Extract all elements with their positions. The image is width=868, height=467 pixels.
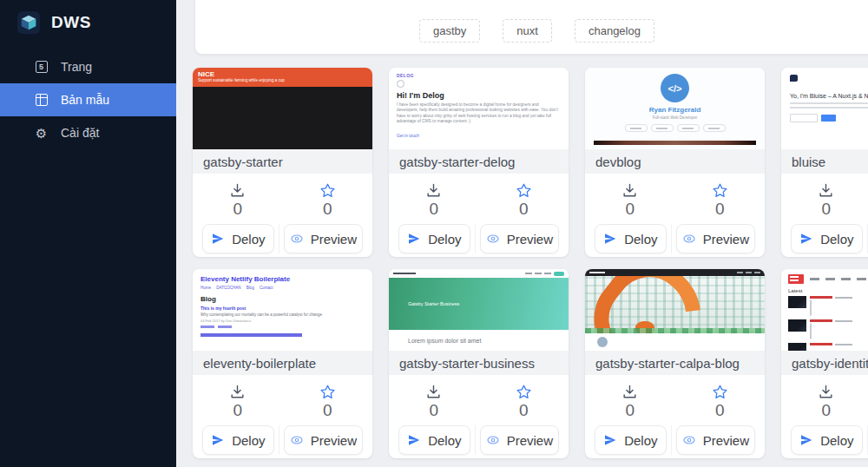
deploy-button[interactable]: Deloy [595, 425, 667, 455]
stars-stat: 0 [283, 375, 373, 425]
downloads-count: 0 [821, 199, 831, 219]
stars-stat: 0 [675, 174, 766, 224]
deploy-label: Deloy [624, 232, 657, 247]
thumb-banner-title: NICE [198, 70, 367, 78]
tag-nuxt[interactable]: nuxt [503, 19, 552, 43]
template-name: eleventy-boilerplate [193, 351, 372, 375]
deploy-button[interactable]: Deloy [398, 224, 470, 253]
cube-logo-icon [17, 11, 40, 34]
eye-icon [486, 232, 500, 246]
thumb-heading: Yo, I'm Bluise – A Nuxt.js & Netlify CMS… [790, 92, 868, 100]
thumb-subtitle: Full-stack Web Developer [653, 115, 697, 120]
template-card: gatsby-starter-calpa-blog 0 0 Deloy Prev… [585, 269, 765, 458]
template-thumbnail[interactable]: DELOG Hi! I'm Delog I have been specific… [389, 68, 569, 149]
sidebar-menu: 5 Trang Bản mẫu ⚙ Cài đặt [0, 50, 176, 149]
preview-label: Preview [311, 232, 357, 247]
thumb-nav: Home DATCOCHAN Blog Contact [201, 286, 365, 290]
sidebar-item-trang[interactable]: 5 Trang [0, 50, 176, 83]
stars-count: 0 [323, 199, 332, 219]
template-card: NICE Support sustainable farming while e… [193, 68, 372, 257]
template-thumbnail[interactable]: Yo, I'm Bluise – A Nuxt.js & Netlify CMS… [781, 68, 868, 149]
preview-button[interactable]: Preview [480, 224, 559, 253]
thumb-post-title: This is my fourth post [201, 306, 365, 311]
thumb-section-title: Latest [788, 288, 868, 293]
thumb-text-line [790, 107, 868, 109]
thumb-pill-buttons [625, 124, 726, 132]
deploy-button[interactable]: Deloy [595, 224, 667, 253]
deploy-label: Deloy [232, 433, 265, 448]
star-icon [516, 182, 532, 199]
thumb-heading: Eleventy Netlify Boilerplate [201, 275, 365, 283]
thumb-photo [585, 276, 765, 333]
thumb-hero: Gatsby Starter Business [389, 278, 569, 330]
stars-count: 0 [519, 199, 529, 219]
template-thumbnail[interactable]: </> Ryan Fitzgerald Full-stack Web Devel… [585, 68, 765, 149]
template-name: gatsby-starter-business [389, 351, 569, 375]
downloads-count: 0 [625, 400, 635, 420]
template-thumbnail[interactable]: Latest [781, 269, 868, 351]
stars-stat: 0 [479, 375, 569, 425]
downloads-stat: 0 [781, 174, 868, 224]
stars-count: 0 [715, 199, 725, 219]
deploy-button[interactable]: Deloy [202, 425, 274, 455]
paper-plane-icon [407, 433, 421, 447]
downloads-count: 0 [233, 400, 242, 420]
downloads-stat: 0 [585, 375, 675, 425]
thumb-post-item [788, 319, 868, 339]
card-stats: 0 0 [389, 174, 569, 224]
stars-count: 0 [715, 400, 725, 420]
stars-stat: 0 [479, 174, 569, 224]
sidebar-item-cai-dat[interactable]: ⚙ Cài đặt [0, 116, 176, 149]
download-icon [621, 182, 638, 199]
template-name: gatsby-starter-calpa-blog [585, 351, 765, 375]
template-thumbnail[interactable] [585, 269, 765, 351]
deploy-button[interactable]: Deloy [791, 425, 863, 455]
tag-changelog[interactable]: changelog [575, 19, 654, 43]
deploy-button[interactable]: Deloy [398, 425, 470, 455]
star-icon [712, 182, 728, 199]
pages-icon: 5 [35, 61, 48, 74]
preview-button[interactable]: Preview [284, 425, 363, 455]
tag-gastby[interactable]: gastby [419, 19, 480, 43]
template-grid: NICE Support sustainable farming while e… [193, 68, 868, 458]
deploy-button[interactable]: Deloy [791, 224, 863, 253]
thumb-avatar [397, 80, 404, 88]
sidebar-item-label: Trang [61, 60, 92, 74]
tag-filter-bar: gastby nuxt changelog [195, 0, 868, 54]
preview-button[interactable]: Preview [480, 425, 559, 455]
template-thumbnail[interactable]: Eleventy Netlify Boilerplate Home DATCOC… [193, 269, 372, 351]
star-icon [319, 182, 336, 199]
card-stats: 0 0 [193, 174, 372, 224]
deploy-label: Deloy [820, 232, 853, 247]
card-stats: 0 0 [585, 174, 765, 224]
thumb-logo [788, 274, 804, 284]
thumb-logo: DELOG [397, 73, 561, 78]
paper-plane-icon [407, 232, 421, 246]
preview-label: Preview [703, 232, 749, 247]
deploy-label: Deloy [428, 232, 461, 247]
eye-icon [290, 433, 304, 447]
template-thumbnail[interactable]: NICE Support sustainable farming while e… [193, 68, 372, 149]
template-thumbnail[interactable]: Gatsby Starter Business Lorem ipsum dolo… [389, 269, 569, 351]
thumb-hero-title: Gatsby Starter Business [408, 301, 459, 306]
deploy-button[interactable]: Deloy [202, 224, 274, 253]
deploy-label: Deloy [624, 433, 657, 448]
sidebar-item-label: Cài đặt [61, 126, 99, 140]
thumb-nav [585, 269, 765, 276]
paper-plane-icon [603, 433, 617, 447]
deploy-label: Deloy [820, 433, 853, 448]
download-icon [621, 384, 638, 400]
card-actions: Deloy Preview [781, 224, 868, 257]
template-name: gatsby-identity-s [781, 351, 868, 375]
thumb-author: Ryan Fitzgerald [649, 106, 701, 114]
deploy-label: Deloy [232, 232, 265, 247]
thumb-cta-row [790, 114, 868, 122]
preview-button[interactable]: Preview [284, 224, 363, 253]
paper-plane-icon [799, 232, 813, 246]
thumb-button [821, 115, 836, 122]
thumb-next-post-line [201, 333, 302, 337]
preview-button[interactable]: Preview [676, 425, 755, 455]
card-stats: 0 0 [193, 375, 372, 425]
sidebar-item-ban-mau[interactable]: Bản mẫu [0, 83, 176, 116]
preview-button[interactable]: Preview [676, 224, 755, 253]
